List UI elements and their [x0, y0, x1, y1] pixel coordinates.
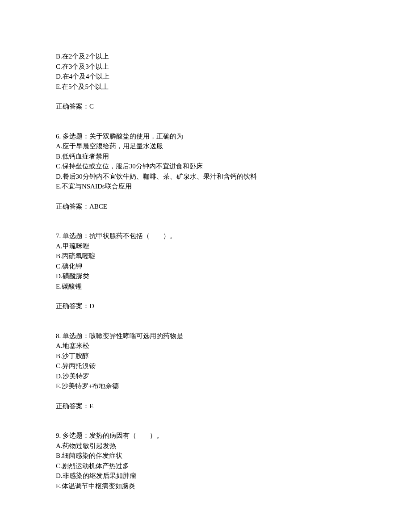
option-text: B.细菌感染的伴发症状: [56, 451, 355, 461]
option-text: E.沙美特罗+布地奈德: [56, 381, 355, 391]
question-stem: 6. 多选题：关于双膦酸盐的使用，正确的为: [56, 131, 355, 142]
question-stem: 7. 单选题：抗甲状腺药不包括（ ）。: [56, 231, 355, 241]
question-number: 8.: [56, 332, 61, 339]
answer-line: 正确答案：E: [56, 401, 355, 411]
option-text: A.应于早晨空腹给药，用足量水送服: [56, 141, 355, 151]
answer-label: 正确答案：: [56, 302, 89, 310]
option-text: D.餐后30分钟内不宜饮牛奶、咖啡、茶、矿泉水、果汁和含钙的饮料: [56, 172, 355, 182]
question-number: 6.: [56, 133, 61, 140]
answer-value: ABCE: [89, 203, 107, 210]
question-type: 单选题：: [63, 232, 89, 239]
answer-label: 正确答案：: [56, 203, 89, 210]
question-9: 9. 多选题：发热的病因有（ ）。 A.药物过敏引起发热 B.细菌感染的伴发症状…: [56, 431, 355, 491]
answer-line: 正确答案：ABCE: [56, 201, 355, 212]
option-text: B.丙硫氧嘧啶: [56, 251, 355, 261]
option-text: A.药物过敏引起发热: [56, 441, 355, 451]
option-text: C.碘化钾: [56, 261, 355, 272]
question-5-partial: B.在2个及2个以上 C.在3个及3个以上 D.在4个及4个以上 E.在5个及5…: [56, 51, 355, 112]
question-number: 9.: [56, 432, 61, 439]
answer-value: D: [89, 302, 94, 310]
option-text: D.沙美特罗: [56, 371, 355, 381]
option-text: D.在4个及4个以上: [56, 71, 355, 82]
option-text: E.体温调节中枢病变如脑炎: [56, 481, 355, 491]
option-text: B.低钙血症者禁用: [56, 151, 355, 162]
question-text: 抗甲状腺药不包括（ ）。: [89, 232, 176, 239]
answer-label: 正确答案：: [56, 103, 89, 110]
option-text: A.地塞米松: [56, 341, 355, 351]
option-text: E.在5个及5个以上: [56, 82, 355, 92]
question-type: 多选题：: [63, 133, 89, 140]
question-type: 多选题：: [63, 432, 89, 439]
question-stem: 9. 多选题：发热的病因有（ ）。: [56, 431, 355, 441]
option-text: B.在2个及2个以上: [56, 51, 355, 62]
option-text: C.保持坐位或立位，服后30分钟内不宜进食和卧床: [56, 161, 355, 172]
option-text: E.不宜与NSAIDs联合应用: [56, 181, 355, 192]
option-text: C.异丙托溴铵: [56, 361, 355, 371]
answer-value: E: [89, 402, 93, 410]
option-text: A.甲巯咪唑: [56, 241, 355, 251]
answer-line: 正确答案：D: [56, 301, 355, 311]
option-text: E.碳酸锂: [56, 281, 355, 292]
question-text: 咳嗽变异性哮喘可选用的药物是: [89, 332, 183, 339]
question-text: 关于双膦酸盐的使用，正确的为: [89, 133, 183, 140]
option-text: C.剧烈运动机体产热过多: [56, 461, 355, 471]
question-stem: 8. 单选题：咳嗽变异性哮喘可选用的药物是: [56, 331, 355, 341]
option-text: D.非感染的继发后果如肿瘤: [56, 471, 355, 481]
answer-value: C: [89, 103, 94, 110]
question-8: 8. 单选题：咳嗽变异性哮喘可选用的药物是 A.地塞米松 B.沙丁胺醇 C.异丙…: [56, 331, 355, 411]
option-text: C.在3个及3个以上: [56, 62, 355, 72]
question-text: 发热的病因有（ ）。: [89, 432, 163, 439]
question-type: 单选题：: [63, 332, 89, 339]
answer-line: 正确答案：C: [56, 101, 355, 112]
question-6: 6. 多选题：关于双膦酸盐的使用，正确的为 A.应于早晨空腹给药，用足量水送服 …: [56, 131, 355, 212]
question-7: 7. 单选题：抗甲状腺药不包括（ ）。 A.甲巯咪唑 B.丙硫氧嘧啶 C.碘化钾…: [56, 231, 355, 311]
option-text: D.磺酰脲类: [56, 271, 355, 281]
option-text: B.沙丁胺醇: [56, 351, 355, 361]
answer-label: 正确答案：: [56, 402, 89, 410]
question-number: 7.: [56, 232, 61, 239]
